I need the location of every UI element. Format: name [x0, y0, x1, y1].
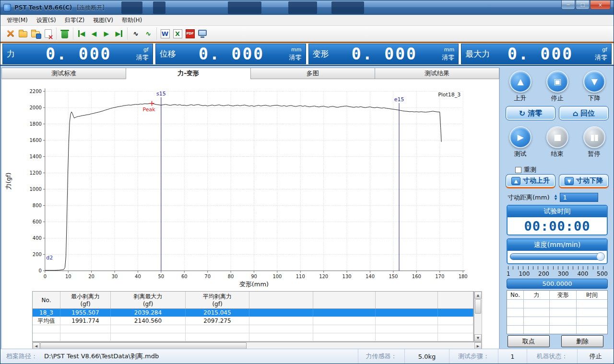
tab-force-deformation[interactable]: 力-变形	[126, 68, 250, 79]
svg-text:2000: 2000	[29, 105, 41, 110]
jog-up-button[interactable]: ▲ 寸动上升	[506, 174, 555, 188]
readout-value: 0. 000	[178, 45, 285, 63]
readout-value: 0. 000	[490, 45, 591, 63]
menu-item[interactable]: 设置(S)	[32, 15, 60, 26]
tab-strip: 测试标准力-变形多图测试结果	[1, 68, 499, 79]
previous-record-icon[interactable]: ◀	[88, 28, 100, 39]
jog-distance-spinner[interactable]: ▲ ▼	[552, 194, 559, 201]
table-cell	[111, 333, 186, 341]
speed-slider[interactable]	[510, 253, 604, 260]
menu-item[interactable]: 视图(V)	[89, 15, 118, 26]
save-export-icon[interactable]	[30, 28, 41, 39]
table-cell: 2039.284	[111, 309, 186, 317]
close-button[interactable]: ×	[590, 0, 611, 10]
control-panel: ▲上升▣停止▼下降 ↻ 清零 ⌂ 回位 ▶测试■结束▮▮暂停 重测 ▲ 寸动上升…	[499, 68, 614, 350]
svg-text:70: 70	[204, 274, 211, 279]
home-button[interactable]: ⌂ 回位	[559, 106, 609, 120]
test-button[interactable]: ▶	[509, 126, 531, 148]
tab-test-standard[interactable]: 测试标准	[1, 68, 126, 79]
descend-button[interactable]: ▼	[583, 70, 605, 93]
table-cell	[249, 325, 313, 333]
readout-value: 0. 000	[331, 45, 438, 63]
points-table-row[interactable]	[507, 325, 607, 334]
retest-checkbox[interactable]: 重测	[515, 165, 536, 174]
toolbar-group	[2, 27, 56, 40]
points-table-cell	[549, 326, 576, 334]
speed-header: 速度(mm/min)	[508, 239, 607, 251]
hscroll-track[interactable]	[40, 342, 474, 349]
sensor-value: 5.0kg	[418, 353, 436, 360]
menu-item[interactable]: 管理(M)	[2, 15, 32, 26]
tools-icon[interactable]	[5, 28, 16, 39]
zero-button[interactable]: ↻ 清零	[506, 106, 555, 120]
open-folder-icon[interactable]	[17, 28, 29, 39]
table-row[interactable]	[33, 325, 473, 333]
hscroll-thumb[interactable]	[40, 342, 247, 349]
table-cell: 平均值	[33, 317, 60, 325]
pause-button[interactable]: ▮▮	[583, 126, 605, 148]
table-row[interactable]: 18_31955.5072039.2842015.045	[33, 309, 473, 317]
readout-strip: 力0. 000gf清零位移0. 000mm清零变形0. 000mm清零最大力0.…	[0, 42, 614, 66]
jog-down-button[interactable]: ▼ 寸动下降	[559, 174, 609, 188]
table-cell	[249, 333, 313, 341]
speed-slider-thumb[interactable]	[596, 252, 605, 261]
clear-deformation-button[interactable]: 清零	[442, 53, 454, 62]
tab-multi-plot[interactable]: 多图	[250, 68, 375, 79]
maximize-button[interactable]: □	[576, 0, 590, 10]
pdf-export-icon[interactable]: PDF	[184, 28, 196, 39]
points-table-row[interactable]	[507, 299, 607, 308]
jog-distance-input[interactable]	[560, 193, 598, 202]
vscroll-track[interactable]	[474, 299, 482, 334]
table-cell	[33, 325, 60, 333]
descend-label: 下降	[588, 94, 601, 103]
jog-up-label: 寸动上升	[523, 176, 550, 185]
scroll-down-icon[interactable]: ▼	[474, 334, 482, 341]
trash-icon[interactable]	[59, 28, 71, 39]
points-table-row[interactable]	[507, 317, 607, 325]
stop-button[interactable]: ▣	[546, 70, 568, 93]
table-cell	[438, 325, 473, 333]
delete-record-icon[interactable]	[42, 28, 54, 39]
multi-curve-icon[interactable]: ∿	[142, 28, 154, 39]
speed-scale-label: 300	[558, 270, 569, 277]
table-row[interactable]	[33, 333, 473, 341]
column-header	[376, 292, 438, 308]
first-record-icon[interactable]: ◀	[76, 28, 87, 39]
motion-button-row: ▲上升▣停止▼下降	[500, 70, 614, 103]
sensor-label-segment: 力传感器：	[358, 349, 405, 364]
svg-text:130: 130	[342, 274, 352, 279]
svg-text:s15: s15	[156, 91, 166, 97]
speed-scale-label: 200	[538, 270, 549, 277]
clear-displacement-button[interactable]: 清零	[289, 53, 302, 62]
points-table-cell	[507, 326, 523, 334]
menu-item[interactable]: 归零(Z)	[60, 15, 89, 26]
points-table-cell	[576, 317, 607, 325]
word-export-icon[interactable]: W	[159, 28, 171, 39]
take-point-button[interactable]: 取点	[508, 335, 550, 347]
last-record-icon[interactable]: ▶	[113, 28, 125, 39]
clear-max-force-button[interactable]: 清零	[595, 53, 607, 62]
delete-button[interactable]: 删除	[561, 335, 603, 347]
next-record-icon[interactable]: ▶	[101, 28, 112, 39]
spinner-down-icon[interactable]: ▼	[552, 198, 559, 201]
table-row[interactable]: 平均值1991.7742140.5602097.275	[33, 317, 473, 325]
clear-force-button[interactable]: 清零	[136, 53, 149, 62]
single-curve-icon[interactable]: ∿	[130, 28, 142, 39]
table-cell	[313, 325, 376, 333]
minimize-button[interactable]: ─	[561, 0, 575, 10]
menu-item[interactable]: 帮助(H)	[118, 15, 146, 26]
scroll-up-icon[interactable]: ▲	[474, 292, 482, 299]
svg-text:160: 160	[412, 274, 421, 279]
title-bar[interactable]: PST Test V8.66(C) [连接断开] ─ □ ×	[0, 0, 614, 15]
points-table-header: No.力变形时间	[507, 291, 607, 299]
excel-export-icon[interactable]: X	[172, 28, 183, 39]
monitor-icon[interactable]	[197, 28, 208, 39]
readout-force: 力0. 000gf清零	[2, 44, 153, 64]
svg-text:变形(mm): 变形(mm)	[239, 281, 269, 288]
points-table-row[interactable]	[507, 308, 607, 317]
vscroll-thumb[interactable]	[475, 299, 481, 314]
rise-button[interactable]: ▲	[509, 70, 531, 93]
tab-test-result[interactable]: 测试结果	[375, 68, 499, 79]
end-button[interactable]: ■	[546, 126, 568, 148]
results-vertical-scrollbar[interactable]: ▲ ▼	[474, 291, 482, 342]
